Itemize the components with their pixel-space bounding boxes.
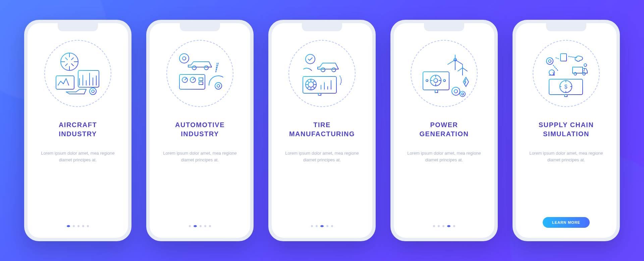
onboarding-description: Lorem ipsum dolor amet, mea regione diam… bbox=[401, 150, 487, 163]
phone-mockup-2: AUTOMOTIVEINDUSTRY Lorem ipsum dolor ame… bbox=[146, 20, 254, 241]
step-dot[interactable] bbox=[209, 225, 211, 227]
step-dot[interactable] bbox=[200, 225, 202, 227]
step-dot[interactable] bbox=[447, 225, 450, 227]
svg-point-26 bbox=[452, 87, 460, 95]
step-dot[interactable] bbox=[438, 225, 440, 227]
page-indicator[interactable] bbox=[433, 225, 455, 227]
onboarding-title: SUPPLY CHAINSIMULATION bbox=[539, 120, 594, 139]
phone-mockup-5: $ SUPPLY CHAINSIMULATION Lorem ipsum dol… bbox=[513, 20, 620, 241]
svg-point-16 bbox=[332, 68, 336, 72]
svg-point-12 bbox=[215, 83, 222, 89]
step-dot[interactable] bbox=[67, 225, 70, 227]
step-dot[interactable] bbox=[189, 225, 191, 227]
svg-point-30 bbox=[546, 58, 553, 64]
onboarding-phone-row: AIRCRAFTINDUSTRY Lorem ipsum dolor amet,… bbox=[24, 20, 620, 241]
svg-point-14 bbox=[306, 54, 315, 64]
svg-point-15 bbox=[321, 68, 325, 72]
svg-point-5 bbox=[179, 54, 189, 63]
svg-point-31 bbox=[548, 60, 551, 62]
svg-point-8 bbox=[204, 66, 208, 70]
onboarding-description: Lorem ipsum dolor amet, mea regione diam… bbox=[523, 150, 609, 163]
step-dot[interactable] bbox=[331, 225, 333, 227]
svg-point-13 bbox=[217, 85, 220, 87]
step-dot[interactable] bbox=[87, 225, 89, 227]
svg-point-33 bbox=[584, 64, 587, 66]
svg-point-3 bbox=[90, 88, 96, 95]
svg-point-7 bbox=[192, 66, 196, 70]
phone-screen: AIRCRAFTINDUSTRY Lorem ipsum dolor amet,… bbox=[28, 23, 128, 238]
phone-notch bbox=[302, 23, 342, 31]
step-dot[interactable] bbox=[311, 225, 313, 227]
svg-rect-2 bbox=[78, 70, 99, 87]
phone-screen: TIREMANUFACTURING Lorem ipsum dolor amet… bbox=[272, 23, 372, 238]
learn-more-button[interactable]: LEARN MORE bbox=[543, 217, 590, 228]
step-dot[interactable] bbox=[73, 225, 75, 227]
svg-rect-1 bbox=[56, 76, 74, 89]
svg-point-6 bbox=[182, 57, 186, 60]
svg-point-25 bbox=[443, 80, 445, 82]
onboarding-description: Lorem ipsum dolor amet, mea regione diam… bbox=[157, 150, 243, 163]
onboarding-title: POWERGENERATION bbox=[420, 120, 469, 139]
step-dot[interactable] bbox=[453, 225, 455, 227]
svg-text:$: $ bbox=[565, 84, 568, 90]
phone-mockup-4: POWERGENERATION Lorem ipsum dolor amet, … bbox=[390, 20, 498, 241]
svg-rect-32 bbox=[560, 54, 567, 61]
automotive-industry-icon bbox=[166, 40, 233, 107]
svg-point-28 bbox=[460, 91, 465, 97]
step-dot[interactable] bbox=[320, 225, 324, 227]
phone-notch bbox=[58, 23, 98, 31]
step-dot[interactable] bbox=[442, 225, 444, 227]
page-indicator[interactable] bbox=[67, 225, 89, 227]
phone-notch bbox=[546, 23, 586, 31]
page-indicator[interactable] bbox=[189, 225, 211, 227]
phone-notch bbox=[424, 23, 464, 31]
aircraft-industry-icon bbox=[44, 40, 111, 107]
phone-mockup-3: TIREMANUFACTURING Lorem ipsum dolor amet… bbox=[268, 20, 376, 241]
page-indicator[interactable] bbox=[311, 225, 333, 227]
phone-screen: $ SUPPLY CHAINSIMULATION Lorem ipsum dol… bbox=[516, 23, 616, 238]
svg-point-34 bbox=[549, 70, 554, 75]
svg-point-19 bbox=[308, 82, 314, 87]
tire-manufacturing-icon bbox=[288, 40, 356, 107]
onboarding-description: Lorem ipsum dolor amet, mea regione diam… bbox=[279, 150, 365, 163]
step-dot[interactable] bbox=[316, 225, 318, 227]
svg-point-27 bbox=[454, 90, 458, 93]
onboarding-title: AUTOMOTIVEINDUSTRY bbox=[175, 120, 225, 139]
supply-chain-icon: $ bbox=[533, 40, 600, 107]
step-dot[interactable] bbox=[82, 225, 84, 227]
step-dot[interactable] bbox=[433, 225, 435, 227]
step-dot[interactable] bbox=[194, 225, 197, 227]
step-dot[interactable] bbox=[326, 225, 328, 227]
svg-point-29 bbox=[462, 93, 464, 95]
onboarding-title: AIRCRAFTINDUSTRY bbox=[59, 120, 97, 139]
phone-screen: AUTOMOTIVEINDUSTRY Lorem ipsum dolor ame… bbox=[150, 23, 250, 238]
phone-screen: POWERGENERATION Lorem ipsum dolor amet, … bbox=[394, 23, 494, 238]
step-dot[interactable] bbox=[204, 225, 206, 227]
power-generation-icon bbox=[411, 40, 478, 107]
phone-notch bbox=[180, 23, 220, 31]
step-dot[interactable] bbox=[77, 225, 79, 227]
onboarding-description: Lorem ipsum dolor amet, mea regione diam… bbox=[35, 150, 121, 163]
onboarding-title: TIREMANUFACTURING bbox=[289, 120, 355, 139]
svg-rect-35 bbox=[573, 67, 583, 73]
svg-point-24 bbox=[426, 80, 428, 82]
phone-mockup-1: AIRCRAFTINDUSTRY Lorem ipsum dolor amet,… bbox=[24, 20, 131, 241]
svg-point-23 bbox=[434, 79, 438, 83]
svg-point-4 bbox=[92, 90, 94, 93]
